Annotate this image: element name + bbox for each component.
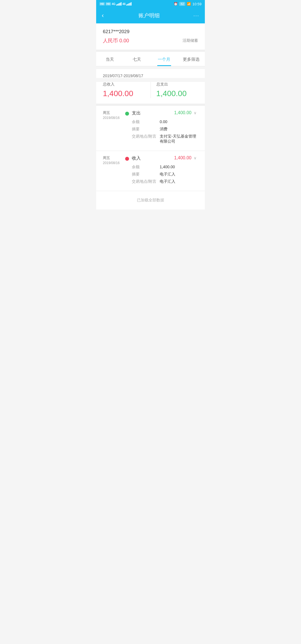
account-card: 6217***2029 人民币 0.00 活期储蓄 [96,23,205,52]
tab-today[interactable]: 当天 [96,52,123,66]
tab-7days[interactable]: 七天 [123,52,151,66]
transaction-amount-row: 1,400.00 ∨ [174,155,198,160]
account-number: 6217***2029 [103,29,198,35]
status-right: ⏰ 82 📶 10:59 [174,2,202,6]
account-balance: 人民币 0.00 [103,37,129,44]
time-label: 10:59 [192,2,202,6]
load-more: 已加载全部数据 [96,191,205,209]
detail-rows-1: 余额 0.00 摘要 消费 交易地点/附言 支付宝-天弘基金管理有限公司 [132,119,198,144]
page-title: 账户明细 [110,12,188,19]
detail-label: 交易地点/附言 [132,179,160,184]
transaction-date-col: 周五 2019/08/16 支出 1,400.00 ∨ 余额 [103,110,198,146]
alarm-icon: ⏰ [174,2,178,6]
detail-value: 消费 [160,127,168,132]
detail-row: 交易地点/附言 电子汇入 [132,179,198,184]
account-type: 活期储蓄 [183,38,198,43]
tab-1month[interactable]: 一个月 [151,52,178,66]
date-range: 2019/07/17-2019/08/17 [103,74,198,78]
detail-value: 支付宝-天弘基金管理有限公司 [160,134,198,144]
chevron-down-icon[interactable]: ∨ [194,111,198,115]
transaction-left-top: 支出 [125,110,141,116]
detail-value: 电子汇入 [160,172,175,177]
transaction-amount: 1,400.00 [174,110,191,115]
date-full: 2019/08/16 [103,161,125,165]
signal-bars-1 [116,2,122,6]
date-full: 2019/08/16 [103,116,125,120]
expense-summary: 总支出 1,400.00 [156,82,198,98]
date-day: 周五 [103,110,125,115]
detail-row: 摘要 电子汇入 [132,172,198,177]
detail-rows-2: 余额 1,400.00 摘要 电子汇入 交易地点/附言 电子汇入 [132,165,198,184]
transaction-top: 收入 1,400.00 ∨ [125,155,198,161]
account-balance-row: 人民币 0.00 活期储蓄 [103,37,198,44]
date-day: 周五 [103,155,125,160]
filter-tabs: 当天 七天 一个月 更多筛选 [96,52,205,66]
detail-row: 余额 1,400.00 [132,165,198,170]
transaction-item: 周五 2019/08/16 支出 1,400.00 ∨ 余额 [96,106,205,151]
network-label: HD [99,2,105,6]
detail-label: 余额 [132,165,160,170]
signal-bars-2 [126,2,132,6]
transaction-type: 收入 [132,155,141,161]
expense-value: 1,400.00 [156,89,198,98]
back-button[interactable]: ‹ [102,12,110,19]
detail-label: 摘要 [132,127,160,132]
wifi-icon: 📶 [187,2,191,6]
income-value: 1,400.00 [103,89,145,98]
detail-row: 交易地点/附言 支付宝-天弘基金管理有限公司 [132,134,198,144]
transaction-date-col: 周五 2019/08/16 收入 1,400.00 ∨ 余额 [103,155,198,186]
transaction-top: 支出 1,400.00 ∨ [125,110,198,116]
transaction-section: 周五 2019/08/16 支出 1,400.00 ∨ 余额 [96,106,205,191]
transaction-type: 支出 [132,110,141,116]
detail-value: 1,400.00 [160,165,175,170]
expense-label: 总支出 [156,82,198,87]
income-summary: 总收入 1,400.00 [103,82,151,98]
dot-income [125,157,129,161]
summary-row: 总收入 1,400.00 总支出 1,400.00 [96,82,205,106]
tab-more-filter[interactable]: 更多筛选 [178,52,205,66]
detail-row: 摘要 消费 [132,127,198,132]
transaction-amount: 1,400.00 [174,155,191,160]
chevron-down-icon[interactable]: ∨ [194,156,198,160]
detail-value: 电子汇入 [160,179,175,184]
more-button[interactable]: ··· [188,13,199,19]
detail-label: 交易地点/附言 [132,134,160,144]
income-label: 总收入 [103,82,145,87]
date-range-section: 2019/07/17-2019/08/17 [96,69,205,78]
status-left: HD HD 4G 46 [99,2,132,6]
transaction-item: 周五 2019/08/16 收入 1,400.00 ∨ 余额 [96,151,205,191]
detail-row: 余额 0.00 [132,119,198,125]
dot-expense [125,112,129,116]
network-label2: HD [106,2,111,6]
detail-label: 摘要 [132,172,160,177]
transaction-left-top: 收入 [125,155,141,161]
app-header: ‹ 账户明细 ··· [96,8,205,23]
detail-label: 余额 [132,119,160,125]
network-46: 46 [122,3,125,6]
detail-value: 0.00 [160,119,167,125]
transaction-amount-row: 1,400.00 ∨ [174,110,198,115]
transaction-date-label: 周五 2019/08/16 [103,110,125,146]
bottom-space [96,209,205,226]
signal-4g: 4G [112,3,115,6]
status-bar: HD HD 4G 46 ⏰ 82 📶 10:59 [96,0,205,8]
battery-label: 82 [179,2,185,6]
transaction-date-label: 周五 2019/08/16 [103,155,125,186]
